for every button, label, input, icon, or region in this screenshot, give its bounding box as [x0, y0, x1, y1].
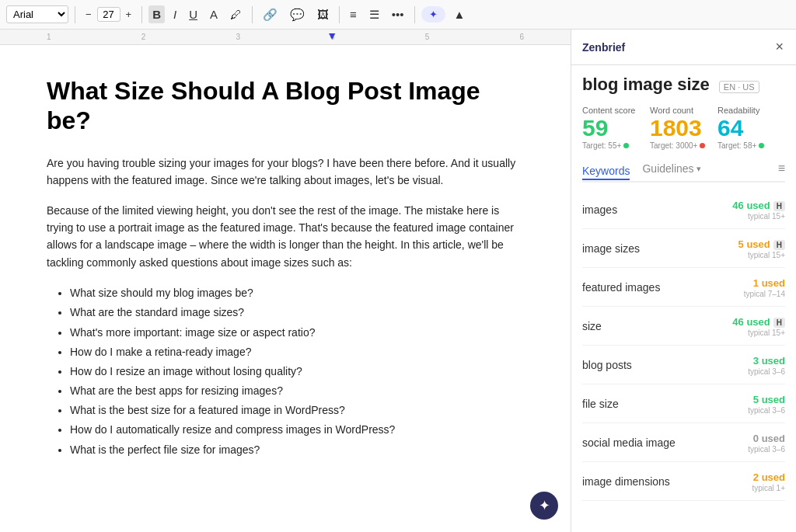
- content-score-label: Content score: [582, 106, 650, 115]
- link-button[interactable]: 🔗: [259, 5, 281, 24]
- keyword-meta: 0 usedtypical 3–6: [748, 431, 785, 454]
- word-count-value: 1803: [650, 116, 717, 140]
- keyword-used: 5 used: [738, 238, 770, 250]
- tab-guidelines[interactable]: Guidelines ▾: [642, 161, 700, 176]
- list-button[interactable]: ☰: [365, 5, 383, 24]
- readability-value: 64: [717, 116, 785, 140]
- keyword-name: images: [582, 203, 617, 216]
- list-item: How do I resize an image without losing …: [70, 362, 524, 381]
- tab-keywords[interactable]: Keywords: [582, 163, 630, 180]
- ruler-mark-5: 5: [425, 33, 430, 41]
- word-count-block: Word count 1803 Target: 3000+: [650, 106, 717, 150]
- keyword-name: file size: [582, 398, 619, 410]
- collapse-button[interactable]: ▲: [450, 5, 470, 23]
- word-count-label: Word count: [650, 106, 717, 115]
- doc-title: What Size Should A Blog Post Image be?: [47, 76, 524, 136]
- comment-button[interactable]: 💬: [286, 5, 309, 24]
- font-size-area: − +: [82, 6, 135, 23]
- tabs-row: Keywords Guidelines ▾ ≡: [582, 161, 785, 183]
- keyword-typical: typical 3–6: [748, 367, 785, 376]
- ruler-indicator: ▼: [326, 30, 337, 42]
- more-options-button[interactable]: •••: [388, 5, 408, 23]
- content-score-block: Content score 59 Target: 55+: [582, 106, 650, 150]
- word-count-dot: [700, 143, 705, 148]
- underline-button[interactable]: U: [185, 5, 201, 23]
- highlight-button[interactable]: 🖊: [226, 5, 246, 23]
- keyword-row[interactable]: image sizes5 usedHtypical 15+: [582, 229, 785, 268]
- keyword-typical: typical 1+: [752, 484, 785, 492]
- ruler-mark-1: 1: [47, 33, 51, 41]
- ruler-mark-3: 3: [236, 33, 240, 41]
- keyword-typical: typical 15+: [732, 329, 785, 337]
- sidebar-body: blog image size EN · US Content score 59…: [571, 65, 796, 532]
- ruler-mark-2: 2: [141, 33, 146, 41]
- keyword-name: featured images: [582, 281, 660, 294]
- keyword-row[interactable]: blog posts3 usedtypical 3–6: [582, 346, 785, 384]
- keyword-badge: H: [773, 318, 785, 328]
- font-family-select[interactable]: Arial: [6, 5, 68, 23]
- ai-toolbar-button[interactable]: ✦: [421, 6, 445, 23]
- filter-icon: ≡: [778, 162, 785, 175]
- readability-target: Target: 58+: [717, 141, 785, 150]
- locale-badge: EN · US: [719, 81, 759, 93]
- list-item: What size should my blog images be?: [70, 283, 524, 303]
- font-color-button[interactable]: A: [206, 5, 222, 23]
- keyword-typical: typical 15+: [738, 251, 785, 259]
- bold-button[interactable]: B: [148, 5, 165, 23]
- keyword-used: 1 used: [753, 277, 785, 289]
- toolbar-divider-1: [75, 6, 75, 23]
- keyword-name: size: [582, 320, 602, 332]
- ruler-marks: 1 2 3 4 5 6: [31, 33, 539, 41]
- keyword-name: blog posts: [582, 359, 632, 371]
- filter-icon-button[interactable]: ≡: [778, 162, 785, 176]
- italic-button[interactable]: I: [169, 5, 180, 23]
- readability-block: Readability 64 Target: 58+: [717, 106, 785, 150]
- document-content[interactable]: What Size Should A Blog Post Image be? A…: [0, 45, 571, 532]
- list-item: What are the standard image sizes?: [70, 303, 524, 322]
- editor-area: 1 2 3 4 5 6 ▼ What Size Should A Blog Po…: [0, 30, 571, 532]
- doc-bullet-list: What size should my blog images be?What …: [70, 283, 524, 460]
- zenbrief-logo: Zenbrief: [582, 41, 625, 54]
- toolbar: Arial − + B I U A 🖊 🔗 💬 🖼 ≡ ☰ ••• ✦ ▲: [0, 0, 796, 30]
- image-button[interactable]: 🖼: [313, 5, 333, 23]
- ruler: 1 2 3 4 5 6 ▼: [0, 30, 571, 45]
- toolbar-divider-3: [252, 6, 253, 23]
- align-button[interactable]: ≡: [346, 5, 361, 23]
- keyword-row[interactable]: featured images1 usedtypical 7–14: [582, 268, 785, 307]
- keyword-meta: 1 usedtypical 7–14: [744, 276, 785, 298]
- keyword-used: 3 used: [753, 355, 785, 367]
- ai-float-button[interactable]: ✦: [530, 492, 558, 520]
- keyword-name: social media image: [582, 436, 676, 449]
- toolbar-divider-2: [141, 6, 142, 23]
- keyword-meta: 3 usedtypical 3–6: [748, 353, 785, 376]
- decrease-font-button[interactable]: −: [82, 6, 96, 23]
- sidebar-close-button[interactable]: ×: [773, 37, 785, 57]
- sidebar-header: Zenbrief ×: [571, 30, 796, 65]
- keyword-used: 2 used: [753, 471, 785, 483]
- keyword-meta: 2 usedtypical 1+: [752, 470, 785, 492]
- toolbar-divider-5: [414, 6, 415, 23]
- increase-font-button[interactable]: +: [122, 6, 136, 23]
- keyword-typical: typical 7–14: [744, 290, 785, 298]
- keyword-badge: H: [773, 201, 785, 211]
- keyword-row[interactable]: file size5 usedtypical 3–6: [582, 384, 785, 423]
- sidebar-doc-title: blog image size: [582, 75, 710, 95]
- keyword-badge: H: [773, 240, 785, 250]
- scores-row: Content score 59 Target: 55+ Word count …: [582, 106, 785, 150]
- sidebar: Zenbrief × blog image size EN · US Conte…: [571, 30, 796, 532]
- keyword-used: 46 used: [732, 316, 770, 328]
- keyword-meta: 5 usedHtypical 15+: [738, 237, 785, 259]
- keyword-row[interactable]: images46 usedHtypical 15+: [582, 190, 785, 229]
- keyword-row[interactable]: size46 usedHtypical 15+: [582, 307, 785, 346]
- readability-dot: [759, 143, 764, 148]
- keyword-row[interactable]: social media image0 usedtypical 3–6: [582, 423, 785, 462]
- content-score-dot: [623, 143, 629, 148]
- keyword-name: image sizes: [582, 242, 640, 255]
- content-score-value: 59: [582, 116, 650, 140]
- font-size-input[interactable]: [97, 7, 120, 22]
- sidebar-title-row: blog image size EN · US: [582, 75, 785, 96]
- list-item: What is the best size for a featured ima…: [70, 401, 524, 420]
- keyword-row[interactable]: image dimensions2 usedtypical 1+: [582, 462, 785, 501]
- keyword-used: 5 used: [753, 394, 785, 405]
- keyword-meta: 5 usedtypical 3–6: [748, 392, 785, 415]
